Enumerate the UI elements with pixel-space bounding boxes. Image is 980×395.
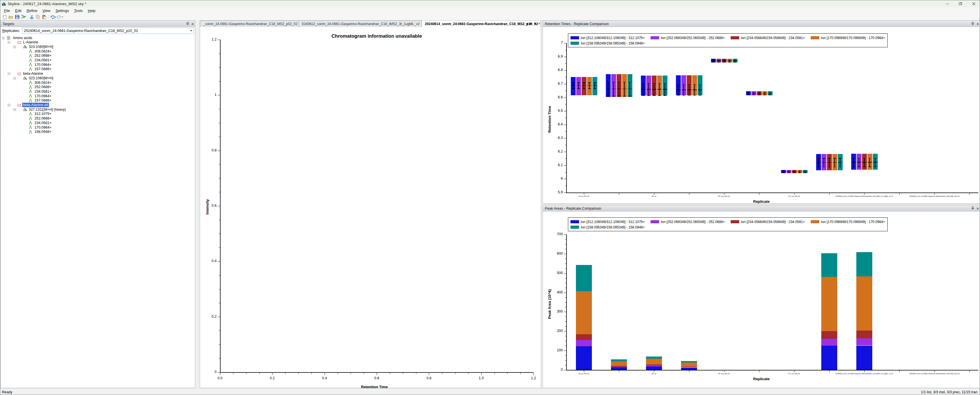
peak-area-segment[interactable] bbox=[576, 346, 592, 370]
close-icon[interactable]: × bbox=[977, 22, 979, 26]
peak-area-segment[interactable] bbox=[856, 331, 872, 338]
peak-area-segment[interactable] bbox=[821, 339, 837, 345]
replicates-dropdown[interactable]: 20240614_sonm_24-0661-Gasperino-Ravichan… bbox=[22, 28, 194, 34]
peak-area-segment[interactable] bbox=[856, 277, 872, 331]
legend-entry[interactable]: Ion [170.096949/170.096949] - 170.0964+ bbox=[811, 220, 885, 224]
save-button[interactable] bbox=[14, 14, 20, 20]
expand-collapse-box[interactable] bbox=[2, 37, 5, 39]
chromatogram-tab[interactable]: 0240612_sonm_24-0661-Gasperino-Ravichand… bbox=[299, 21, 422, 27]
peak-area-segment[interactable] bbox=[576, 265, 592, 291]
peak-area-segment[interactable] bbox=[576, 340, 592, 346]
peak-area-segment[interactable] bbox=[646, 365, 662, 366]
expand-collapse-box[interactable] bbox=[13, 46, 16, 48]
tick-mark bbox=[565, 158, 566, 159]
legend-entry[interactable]: Ion [234.058649/234.058649] - 234.0581+ bbox=[731, 220, 811, 224]
peak-area-segment[interactable] bbox=[821, 277, 837, 331]
peak-area-segment[interactable] bbox=[646, 365, 662, 365]
expand-collapse-box[interactable] bbox=[8, 72, 10, 75]
peak-area-segment[interactable] bbox=[681, 366, 697, 367]
error-bar-cap bbox=[839, 158, 842, 158]
peak-area-segment[interactable] bbox=[856, 252, 872, 276]
legend-entry[interactable]: Ion [312.108049/312.108049] - 312.1075+ bbox=[571, 36, 651, 40]
chromatogram-tab[interactable]: _sonm_24-0661-Gasperino-Ravichandran_C18… bbox=[200, 21, 299, 27]
legend-entry[interactable]: Ion [252.069349/252.069349] - 252.0688+ bbox=[651, 220, 731, 224]
chevron-down-icon[interactable]: ▾ bbox=[62, 16, 63, 18]
status-bar: Ready 1/1 list, 3/3 mol, 3/3 prec, 11/15… bbox=[0, 388, 980, 395]
tab-scroll-right-icon[interactable]: ▶ bbox=[530, 22, 532, 25]
menu-edit[interactable]: Edit bbox=[13, 8, 24, 13]
error-bar-cap bbox=[758, 95, 760, 95]
undo-button[interactable] bbox=[49, 14, 56, 20]
transition-icon bbox=[29, 58, 32, 62]
error-bar-cap bbox=[793, 171, 795, 171]
expand-collapse-box[interactable] bbox=[13, 77, 16, 80]
expand-collapse-box[interactable] bbox=[8, 41, 10, 44]
pin-icon[interactable] bbox=[186, 22, 189, 26]
tick-label: 0.4 bbox=[212, 259, 216, 263]
replicate-tick-label: 20240612_sonm_24-0661-Gasperino-Ravichan… bbox=[835, 373, 893, 374]
peak-area-segment[interactable] bbox=[611, 361, 627, 366]
tab-close-icon[interactable]: × bbox=[538, 21, 540, 26]
minimize-button[interactable] bbox=[941, 0, 954, 7]
peak-area-segment[interactable] bbox=[646, 366, 662, 370]
peak-area-segment[interactable] bbox=[576, 291, 592, 334]
mean-line bbox=[768, 93, 772, 94]
legend-entry[interactable]: Ion [312.108049/312.108049] - 312.1075+ bbox=[571, 220, 651, 224]
menu-view[interactable]: View bbox=[40, 8, 53, 13]
menu-refine[interactable]: Refine bbox=[24, 8, 40, 13]
tick-mark bbox=[565, 118, 566, 118]
tick-mark bbox=[377, 373, 377, 375]
pin-icon[interactable] bbox=[971, 206, 974, 210]
expand-collapse-box[interactable] bbox=[13, 109, 16, 111]
peak-area-segment[interactable] bbox=[611, 367, 627, 370]
expand-collapse-box[interactable] bbox=[8, 104, 10, 106]
import-results-button[interactable] bbox=[20, 14, 27, 20]
restore-button[interactable] bbox=[954, 0, 967, 7]
peak-area-segment[interactable] bbox=[681, 367, 697, 368]
peak-area-segment[interactable] bbox=[856, 338, 872, 345]
legend-entry[interactable]: Ion [158.095349/158.095349] - 158.0948+ bbox=[571, 225, 651, 229]
chromatogram-tab[interactable]: 20240614_sonm_24-0661-Gasperino-Ravichan… bbox=[422, 20, 541, 27]
paste-button[interactable] bbox=[41, 14, 47, 20]
peak-area-segment[interactable] bbox=[821, 331, 837, 339]
tick-mark bbox=[759, 193, 759, 195]
error-bar-cap bbox=[642, 95, 644, 96]
menu-tools[interactable]: Tools bbox=[72, 8, 85, 13]
menu-settings[interactable]: Settings bbox=[53, 8, 72, 13]
legend-entry[interactable]: Ion [252.069349/252.069349] - 252.0688+ bbox=[651, 36, 731, 40]
peak-area-segment[interactable] bbox=[646, 357, 662, 359]
open-folder-button[interactable] bbox=[8, 14, 14, 20]
close-icon[interactable]: × bbox=[977, 206, 979, 211]
tab-list-icon[interactable]: ▼ bbox=[534, 22, 536, 25]
peak-area-segment[interactable] bbox=[611, 366, 627, 367]
peak-area-segment[interactable] bbox=[611, 359, 627, 361]
peak-area-segment[interactable] bbox=[611, 367, 627, 367]
legend-entry[interactable]: Ion [234.058649/234.058649] - 234.0581+ bbox=[731, 36, 811, 40]
peak-area-segment[interactable] bbox=[821, 253, 837, 277]
legend-entry[interactable]: Ion [158.095349/158.095349] - 158.0948+ bbox=[571, 42, 651, 45]
menu-help[interactable]: Help bbox=[85, 8, 98, 13]
cut-button[interactable] bbox=[29, 14, 35, 20]
peak-area-segment[interactable] bbox=[681, 361, 697, 363]
mean-line bbox=[851, 162, 856, 163]
close-button[interactable] bbox=[967, 0, 980, 7]
legend-label: Ion [234.058649/234.058649] - 234.0581+ bbox=[741, 36, 805, 40]
pin-icon[interactable] bbox=[971, 22, 974, 26]
peak-area-segment[interactable] bbox=[856, 345, 872, 370]
peak-area-segment[interactable] bbox=[646, 359, 662, 365]
error-bar-cap bbox=[852, 166, 855, 167]
legend-entry[interactable]: Ion [170.096949/170.096949] - 170.0964+ bbox=[811, 36, 885, 40]
error-bar-cap bbox=[858, 158, 860, 158]
mean-line bbox=[752, 93, 756, 94]
close-icon[interactable]: × bbox=[191, 22, 194, 26]
peak-area-segment[interactable] bbox=[681, 363, 697, 366]
menu-file[interactable]: File bbox=[2, 8, 13, 13]
new-document-button[interactable] bbox=[2, 14, 8, 20]
peak-area-segment[interactable] bbox=[681, 368, 697, 370]
redo-button[interactable] bbox=[56, 14, 62, 20]
peak-area-segment[interactable] bbox=[576, 334, 592, 340]
tab-scroll-left-icon[interactable]: ◀ bbox=[526, 22, 528, 25]
peak-area-segment[interactable] bbox=[821, 345, 837, 370]
tick-mark bbox=[654, 371, 654, 372]
copy-button[interactable] bbox=[35, 14, 41, 20]
